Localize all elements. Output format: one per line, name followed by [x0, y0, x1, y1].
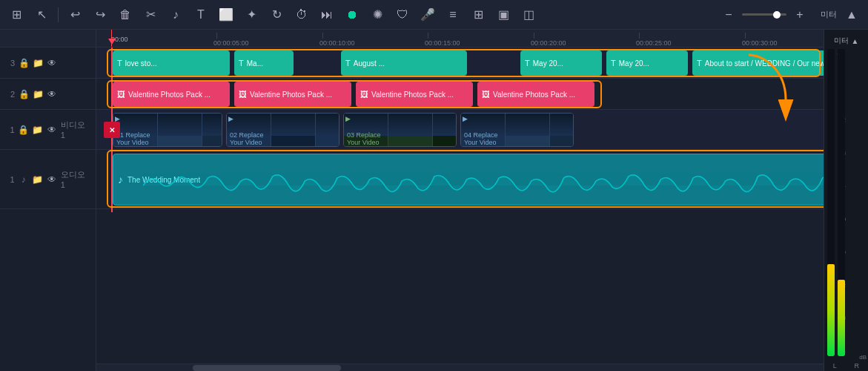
timer-icon[interactable]: ⏱ — [291, 4, 312, 25]
clip-wedding-audio[interactable]: ♪ The Wedding Moment — [113, 154, 824, 206]
clip-audio-icon: ♪ — [118, 174, 123, 186]
zoom-plus-button[interactable]: + — [789, 4, 810, 25]
meter-db-unit: dB — [859, 354, 867, 361]
audio-track-label: 오디오 1 — [61, 169, 91, 189]
ruler-tick-3 — [428, 33, 428, 39]
record-icon[interactable]: ⏺ — [342, 4, 362, 25]
clip-icon-5: T — [611, 59, 616, 68]
track-header-video: 1 🔒 📁 👁 비디오 1 — [0, 110, 96, 150]
clip-pink-icon-2: 🖼 — [239, 90, 247, 99]
video-thumb-3: ▶ 03 Replace Your Video — [344, 114, 388, 147]
clip-label-ma: Ma... — [247, 59, 263, 68]
ruler-label-5: 00:00:25:00 — [636, 39, 672, 47]
tracks-scroll[interactable]: ✕ T love sto... T Ma... T — [96, 47, 824, 364]
video-thumb-2c — [316, 114, 339, 147]
delete-icon[interactable]: 🗑 — [115, 4, 136, 25]
collab-icon[interactable]: ⊞ — [468, 4, 488, 25]
video-lock-icon[interactable]: 🔒 — [18, 124, 30, 136]
timeline-area: 00:00 00:00:05:00 00:00:10:00 00:00:15:0… — [96, 30, 824, 371]
waveform-svg — [143, 171, 824, 200]
settings-icon[interactable]: ✺ — [367, 4, 388, 25]
video-thumb-4b — [506, 114, 550, 147]
clip-about-to-start[interactable]: T About to start / WEDDING / Our new st.… — [692, 50, 824, 76]
track-3-folder-icon[interactable]: 📁 — [32, 57, 44, 69]
audio-waveform — [143, 171, 824, 200]
effect-icon[interactable]: ✦ — [241, 4, 262, 25]
clip-valentine-3[interactable]: 🖼 Valentine Photos Pack ... — [356, 82, 473, 107]
clip-august[interactable]: T August ... — [341, 50, 467, 76]
track-header-audio: 1 ♪ 📁 👁 오디오 1 — [0, 150, 96, 209]
video-thumb-2: ▶ 02 Replace Your Video — [227, 114, 271, 147]
audio-lock-icon[interactable]: ♪ — [18, 174, 30, 186]
redo-icon[interactable]: ↪ — [90, 4, 110, 25]
clip-valentine-4[interactable]: 🖼 Valentine Photos Pack ... — [477, 82, 594, 107]
clip-valentine-2[interactable]: 🖼 Valentine Photos Pack ... — [234, 82, 351, 107]
track-row-video: ▶ 01 Replace Your Video ▶ 02 Replace You… — [96, 110, 824, 150]
ruler-label-4: 00:00:20:00 — [531, 39, 566, 47]
motion-icon[interactable]: ↻ — [266, 4, 287, 25]
cut-icon[interactable]: ✂ — [140, 4, 161, 25]
track-icons-3: 🔒 📁 👁 — [18, 57, 58, 69]
ruler-label-6: 00:00:30:00 — [742, 39, 778, 47]
layout-icon[interactable]: ⊞ — [6, 4, 27, 25]
subtitles-icon[interactable]: ≡ — [443, 4, 463, 25]
video-thumb-2b — [271, 114, 316, 147]
video-label-1: 01 Replace Your Video — [116, 131, 154, 146]
track-num-3: 3 — [4, 59, 15, 68]
track-2-lock-icon[interactable]: 🔒 — [18, 88, 30, 100]
track-num-2: 2 — [4, 90, 15, 99]
text-icon[interactable]: T — [191, 4, 211, 25]
video-folder-icon[interactable]: 📁 — [32, 124, 44, 136]
track-num-video: 1 — [4, 125, 15, 134]
zoom-slider-track[interactable] — [742, 13, 786, 16]
video-clip-2[interactable]: ▶ 02 Replace Your Video — [226, 113, 339, 147]
track-3-eye-icon[interactable]: 👁 — [46, 57, 58, 69]
video-label-2: 02 Replace Your Video — [230, 131, 268, 146]
clip-love-story[interactable]: T love sto... — [113, 50, 230, 76]
clip-may2[interactable]: T May 20... — [606, 50, 688, 76]
clip-icon-4: T — [525, 59, 530, 68]
undo-icon[interactable]: ↩ — [64, 4, 85, 25]
crop-icon[interactable]: ⬜ — [216, 4, 236, 25]
video-clip-4[interactable]: ▶ 04 Replace Your Video — [460, 113, 574, 147]
screen2-icon[interactable]: ◫ — [518, 4, 539, 25]
audio-icon[interactable]: ♪ — [165, 4, 186, 25]
video-eye-icon[interactable]: 👁 — [46, 124, 58, 136]
clip-ma[interactable]: T Ma... — [234, 50, 294, 76]
clip-icon-1: T — [117, 59, 122, 68]
meter-body: 0 -6 -12 -18 -24 -30 -36 -42 -48 -54 L — [824, 49, 868, 371]
track-row-audio: ♪ The Wedding Moment — [96, 150, 824, 209]
zoom-minus-button[interactable]: − — [718, 4, 739, 25]
audio-eye-icon[interactable]: 👁 — [46, 174, 58, 186]
clip-label-may1: May 20... — [533, 59, 563, 68]
ruler[interactable]: 00:00 00:00:05:00 00:00:10:00 00:00:15:0… — [96, 30, 824, 47]
screen-icon[interactable]: ▣ — [493, 4, 514, 25]
track-3-lock-icon[interactable]: 🔒 — [18, 57, 30, 69]
forward-icon[interactable]: ⏭ — [317, 4, 337, 25]
track-num-audio: 1 — [4, 175, 15, 184]
select-icon[interactable]: ↖ — [31, 4, 52, 25]
video-label-4: 04 Replace Your Video — [464, 131, 502, 146]
video-clip-3[interactable]: ▶ 03 Replace Your Video — [343, 113, 457, 147]
video-thumb-3c — [433, 114, 457, 147]
divider-1 — [58, 7, 59, 22]
ruler-spacer — [0, 30, 96, 47]
clip-pink-icon-4: 🖼 — [482, 90, 490, 99]
clip-valentine-1[interactable]: 🖼 Valentine Photos Pack ... — [113, 82, 230, 107]
badge-icon[interactable]: 🛡 — [392, 4, 413, 25]
mic-icon[interactable]: 🎤 — [417, 4, 438, 25]
zoom-slider-thumb[interactable] — [773, 11, 781, 19]
playhead-triangle — [108, 39, 116, 45]
track-2-folder-icon[interactable]: 📁 — [32, 88, 44, 100]
scrollbar-thumb[interactable] — [193, 365, 341, 371]
video-thumb-1: ▶ 01 Replace Your Video — [113, 114, 158, 147]
audio-folder-icon[interactable]: 📁 — [32, 174, 44, 186]
clip-label-valentine-4: Valentine Photos Pack ... — [493, 91, 575, 99]
video-clip-1[interactable]: ▶ 01 Replace Your Video — [113, 113, 222, 147]
clip-may1[interactable]: T May 20... — [520, 50, 602, 76]
meter-panel: 미터 ▲ 0 -6 -12 -18 -24 -30 -36 -42 -48 -5… — [824, 30, 868, 371]
track-2-eye-icon[interactable]: 👁 — [46, 88, 58, 100]
horizontal-scrollbar[interactable] — [96, 364, 824, 371]
meter-arrow-icon[interactable]: ▲ — [841, 4, 862, 25]
clip-label-valentine-1: Valentine Photos Pack ... — [128, 91, 211, 99]
